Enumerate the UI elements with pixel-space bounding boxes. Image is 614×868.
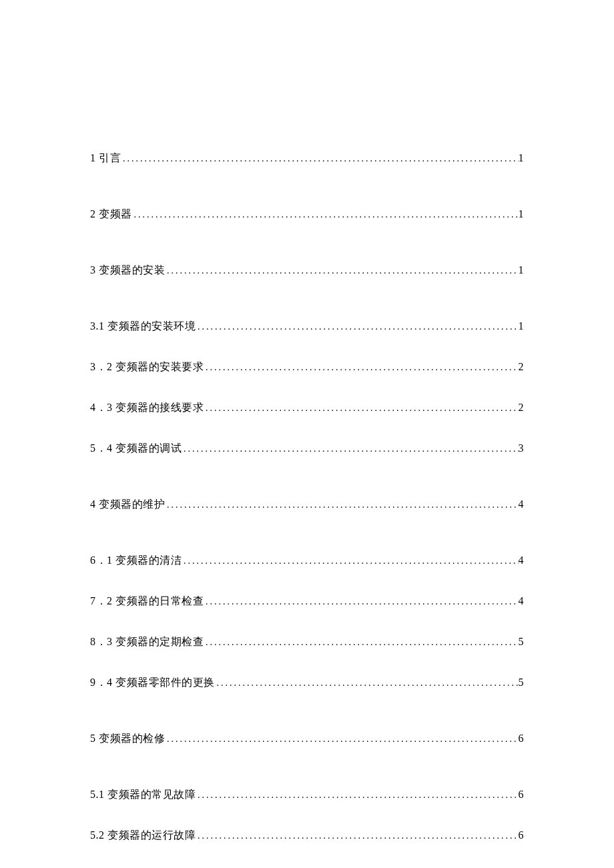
toc-entry-leader: ........................................…: [215, 676, 519, 690]
toc-entry-page: 1: [519, 150, 525, 166]
toc-entry-page: 6: [519, 787, 525, 803]
toc-entry-label: 5.1 变频器的常见故障: [90, 787, 196, 803]
toc-entry-label: 5.2 变频器的运行故障: [90, 827, 196, 843]
toc-entry-leader: ........................................…: [165, 498, 519, 512]
toc-entry-leader: ........................................…: [165, 732, 519, 746]
toc-entry: 1 引言....................................…: [90, 150, 524, 166]
toc-entry: 7．2 变频器的日常检查............................…: [90, 593, 524, 609]
toc-entry-label: 3．2 变频器的安装要求: [90, 359, 204, 375]
toc-entry-leader: ........................................…: [196, 788, 519, 802]
toc-entry-label: 1 引言: [90, 150, 121, 166]
toc-entry-leader: ........................................…: [204, 360, 519, 374]
toc-entry-label: 9．4 变频器零部件的更换: [90, 675, 215, 691]
toc-entry-page: 2: [519, 359, 525, 375]
toc-entry-label: 3.1 变频器的安装环境: [90, 318, 196, 334]
toc-entry-leader: ........................................…: [196, 829, 519, 843]
toc-entry-page: 3: [519, 440, 525, 456]
toc-entry-page: 6: [519, 827, 525, 843]
toc-entry-page: 1: [519, 206, 525, 222]
toc-entry-leader: ........................................…: [196, 320, 519, 334]
toc-entry-label: 3 变频器的安装: [90, 262, 165, 278]
toc-entry-label: 2 变频器: [90, 206, 132, 222]
toc-entry-page: 6: [519, 731, 525, 747]
toc-entry-label: 6．1 变频器的清洁: [90, 552, 182, 568]
toc-entry-page: 1: [519, 318, 525, 334]
toc-entry-page: 4: [519, 552, 525, 568]
toc-entry-page: 4: [519, 593, 525, 609]
toc-entry-leader: ........................................…: [121, 151, 519, 165]
toc-entry: 9．4 变频器零部件的更换...........................…: [90, 675, 524, 691]
toc-entry-leader: ........................................…: [182, 554, 519, 568]
toc-entry-page: 5: [519, 634, 525, 650]
toc-entry-label: 4．3 变频器的接线要求: [90, 400, 204, 416]
toc-entry-label: 5 变频器的检修: [90, 731, 165, 747]
toc-entry: 5．4 变频器的调试..............................…: [90, 440, 524, 456]
toc-entry: 5.1 变频器的常见故障............................…: [90, 787, 524, 803]
toc-entry: 5.2 变频器的运行故障............................…: [90, 827, 524, 843]
toc-entry-label: 5．4 变频器的调试: [90, 440, 182, 456]
toc-entry: 4 变频器的维护................................…: [90, 496, 524, 512]
toc-entry-page: 5: [519, 675, 525, 691]
toc-entry-leader: ........................................…: [132, 207, 519, 222]
toc-entry: 4．3 变频器的接线要求............................…: [90, 400, 524, 416]
toc-entry: 8．3 变频器的定期检查............................…: [90, 634, 524, 650]
document-page: 1 引言....................................…: [0, 0, 614, 868]
toc-entry-label: 8．3 变频器的定期检查: [90, 634, 204, 650]
toc-entry: 5 变频器的检修................................…: [90, 731, 524, 747]
toc-entry-leader: ........................................…: [165, 264, 519, 278]
table-of-contents: 1 引言....................................…: [90, 150, 524, 868]
toc-entry-leader: ........................................…: [204, 594, 519, 608]
toc-entry-label: 4 变频器的维护: [90, 496, 165, 512]
toc-entry: 2 变频器...................................…: [90, 206, 524, 222]
toc-entry-leader: ........................................…: [182, 442, 519, 456]
toc-entry-page: 2: [519, 400, 525, 416]
toc-entry-page: 4: [519, 496, 525, 512]
toc-entry: 6．1 变频器的清洁..............................…: [90, 552, 524, 568]
toc-entry-label: 7．2 变频器的日常检查: [90, 593, 204, 609]
toc-entry: 3 变频器的安装................................…: [90, 262, 524, 278]
toc-entry: 3．2 变频器的安装要求............................…: [90, 359, 524, 375]
toc-entry-leader: ........................................…: [204, 635, 519, 649]
toc-entry-leader: ........................................…: [204, 401, 519, 415]
toc-entry: 3.1 变频器的安装环境............................…: [90, 318, 524, 334]
toc-entry-page: 1: [519, 262, 525, 278]
